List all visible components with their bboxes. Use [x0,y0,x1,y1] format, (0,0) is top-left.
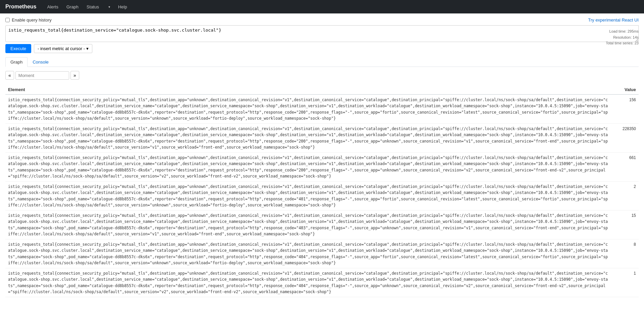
table-row: istio_requests_total{connection_security… [5,210,639,239]
table-row: istio_requests_total{connection_security… [5,239,639,268]
nav-graph[interactable]: Graph [62,0,83,13]
tab-console[interactable]: Console [28,57,54,67]
load-time: Load time: 295ms [606,29,639,35]
execute-button[interactable]: Execute [5,44,31,53]
tab-graph[interactable]: Graph [5,57,28,67]
insert-metric-button[interactable]: - insert metric at cursor - ▾ [34,44,92,53]
metric-value: 1 [612,268,639,297]
metric-value: 2 [612,182,639,210]
resolution: Resolution: 14s [606,35,639,41]
time-nav: « » [5,71,639,80]
metric-value: 661 [612,153,639,182]
table-row: istio_requests_total{connection_security… [5,268,639,297]
main-content: Enable query history Try experimental Re… [0,13,644,301]
nav-status-dropdown[interactable]: Status ▾ [83,0,114,13]
table-row: istio_requests_total{connection_security… [5,94,639,124]
stats-area: Load time: 295ms Resolution: 14s Total t… [606,29,639,46]
total-series: Total time series: 23 [606,40,639,46]
metric-element: istio_requests_total{connection_security… [8,126,608,150]
metric-value: 15 [612,210,639,239]
table-header: Element Value [5,85,639,94]
metric-value: 228350 [612,124,639,153]
enable-history-checkbox[interactable] [5,18,10,22]
metric-element: istio_requests_total{connection_security… [8,184,608,207]
nav-help[interactable]: Help [114,0,131,13]
time-back-button[interactable]: « [5,71,14,80]
metric-element: istio_requests_total{connection_security… [8,213,608,236]
metric-element: istio_requests_total{connection_security… [8,155,608,179]
moment-input[interactable] [15,71,69,80]
enable-history-label[interactable]: Enable query history [5,17,52,23]
query-row [5,25,639,42]
nav-status[interactable]: Status [83,0,103,13]
try-react-link[interactable]: Try experimental React UI [588,17,639,23]
metric-element: istio_requests_total{connection_security… [8,242,608,265]
table-body: istio_requests_total{connection_security… [5,94,639,297]
table-row: istio_requests_total{connection_security… [5,124,639,153]
col-value: Value [612,85,639,94]
nav-alerts[interactable]: Alerts [43,0,62,13]
col-element: Element [5,85,612,94]
results-table: Element Value istio_requests_total{conne… [5,85,639,297]
status-caret-icon: ▾ [104,0,114,13]
navbar: Prometheus Alerts Graph Status ▾ Help [0,0,644,13]
query-input[interactable] [5,25,639,42]
metric-element: istio_requests_total{connection_security… [8,271,608,294]
exec-row: Execute - insert metric at cursor - ▾ [5,44,639,53]
top-bar: Enable query history Try experimental Re… [5,17,639,23]
metric-value: 8 [612,239,639,268]
table-row: istio_requests_total{connection_security… [5,153,639,182]
metric-element: istio_requests_total{connection_security… [8,97,608,121]
brand[interactable]: Prometheus [5,4,36,10]
table-row: istio_requests_total{connection_security… [5,182,639,210]
time-forward-button[interactable]: » [71,71,79,80]
insert-metric-caret-icon: ▾ [86,46,89,51]
metric-value: 156 [612,94,639,124]
tabs: Graph Console [5,57,639,67]
